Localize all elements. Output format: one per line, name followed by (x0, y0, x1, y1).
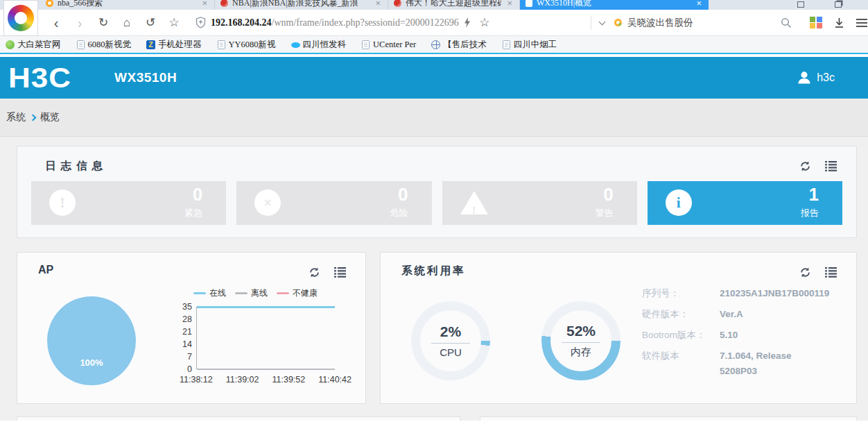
exclamation-circle-icon: ! (49, 189, 77, 217)
bookmark-item[interactable]: 四川中烟工 (502, 39, 557, 51)
search-box[interactable]: 吴晓波出售股份 (610, 17, 796, 29)
minimize-button-icon[interactable] (797, 1, 804, 8)
log-stat-warning[interactable]: ! 0 警告 (442, 181, 637, 225)
legend-online[interactable]: 在线 (193, 287, 226, 299)
tab-title: NBA|新浪NBA|新浪竞技风暴_新浪 (232, 0, 370, 9)
bookmark-item[interactable]: 【售后技术 (431, 39, 487, 51)
apps-grid-icon[interactable] (810, 17, 822, 29)
reload-icon[interactable]: ↻ (94, 17, 112, 28)
back-icon[interactable]: ‹ (47, 16, 65, 30)
shield-icon (196, 17, 206, 28)
legend-swatch (235, 292, 248, 294)
h3c-logo: H3C (8, 62, 71, 94)
tab-close-icon[interactable]: × (505, 0, 514, 8)
user-menu[interactable]: h3c (797, 57, 835, 99)
search-input[interactable]: 吴晓波出售股份 (627, 17, 775, 29)
toolbar-divider (591, 16, 591, 30)
info-circle-icon: i (666, 189, 693, 217)
legend-offline[interactable]: 离线 (235, 287, 268, 299)
tab-title: WX3510H|概览 (537, 0, 691, 9)
bookmark-star-icon[interactable]: ☆ (165, 17, 183, 28)
info-row-software: 软件版本 7.1.064, Release 5208P03 (642, 348, 831, 379)
browser-tab-2[interactable]: NBA|新浪NBA|新浪竞技风暴_新浪 × (215, 0, 388, 10)
dashboard-content: 日志信息 ! 0 紧急 × 0 危险 (0, 137, 868, 421)
tab-close-icon[interactable]: × (200, 0, 209, 8)
browser-window: nba_566搜索 × NBA|新浪NBA|新浪竞技风暴_新浪 × 伟大！哈大王… (0, 0, 868, 422)
bookmark-item[interactable]: 四川恒发科 (291, 39, 347, 51)
list-icon[interactable] (334, 267, 346, 278)
download-icon[interactable] (833, 17, 845, 28)
log-stat-row: ! 0 紧急 × 0 危险 ! 0 警告 i 1 报告 (31, 181, 842, 225)
info-row-bootrom: Bootrom版本： 5.10 (642, 328, 831, 348)
breadcrumb: 系统 概览 (0, 99, 868, 137)
tab-title: nba_566搜索 (58, 0, 196, 9)
tab-close-icon[interactable]: × (695, 0, 703, 8)
gauge-label: 内存 (571, 346, 591, 359)
breadcrumb-section[interactable]: 系统 (6, 111, 26, 124)
page-icon (361, 40, 370, 49)
tab-favicon-sina-icon (220, 0, 228, 7)
log-stat-urgent[interactable]: ! 0 紧急 (31, 181, 226, 225)
series-online-line (197, 306, 335, 308)
dropdown-chevron-icon[interactable] (599, 18, 606, 25)
ap-pie-chart: 100% (47, 296, 136, 385)
device-info-list: 序列号： 210235A1JNB17B000119 硬件版本： Ver.A Bo… (642, 286, 831, 379)
favorite-star-icon[interactable]: ☆ (476, 17, 494, 28)
log-stat-danger[interactable]: × 0 危险 (236, 181, 431, 225)
browser-logo[interactable] (3, 0, 38, 36)
ap-line-chart (196, 307, 335, 369)
browser-tab-3[interactable]: 伟大！哈大王迎超级里程碑：主诞 × (388, 0, 520, 10)
url-path: /wnm/frame/index.php?sessionid=200001226… (272, 17, 459, 28)
list-icon[interactable] (825, 267, 837, 278)
legend-unhealthy[interactable]: 不健康 (277, 287, 318, 299)
undo-icon[interactable]: ↺ (141, 17, 159, 28)
dot-icon (291, 42, 300, 48)
breadcrumb-chevron-icon (30, 115, 37, 121)
pie-value-label: 100% (47, 357, 136, 368)
browser-tab-1[interactable]: nba_566搜索 × (40, 0, 215, 10)
stat-count: 0 (398, 185, 408, 204)
legend-swatch (193, 292, 206, 294)
address-bar[interactable]: 192.168.204.24/wnm/frame/index.php?sessi… (196, 17, 584, 28)
refresh-icon[interactable] (799, 160, 811, 172)
lightning-icon[interactable] (464, 17, 471, 28)
url-text: 192.168.204.24/wnm/frame/index.php?sessi… (211, 17, 459, 28)
tab-favicon-search-icon (46, 0, 53, 7)
list-icon[interactable] (825, 161, 837, 171)
home-icon[interactable]: ⌂ (118, 17, 136, 28)
refresh-icon[interactable] (799, 267, 811, 278)
y-axis-ticks: 35 28 21 14 7 0 (173, 301, 192, 375)
log-stat-report[interactable]: i 1 报告 (648, 181, 842, 225)
bookmark-item[interactable]: YY6080新视 (217, 39, 276, 51)
bottom-left-panel-partial (17, 416, 460, 421)
restore-button-icon[interactable] (835, 1, 842, 8)
breadcrumb-page: 概览 (40, 111, 60, 124)
browser-toolbar: ‹ › ↻ ⌂ ↺ ☆ 192.168.204.24/wnm/frame/ind… (0, 10, 868, 36)
x-circle-icon: × (254, 189, 282, 217)
info-row-hardware: 硬件版本： Ver.A (642, 307, 831, 328)
search-icon[interactable] (781, 17, 792, 28)
browser-tab-4-active[interactable]: WX3510H|概览 × (520, 0, 709, 10)
page-icon (76, 40, 85, 49)
bookmark-item[interactable]: 大白菜官网 (6, 39, 61, 51)
page-icon (502, 40, 511, 49)
refresh-icon[interactable] (309, 267, 320, 278)
panel-title: AP (38, 264, 53, 276)
forward-icon[interactable]: › (71, 16, 89, 30)
stat-label: 危险 (390, 207, 408, 219)
bookmarks-bar: 大白菜官网 6080新视觉 Z 手机处理器 YY6080新视 四川恒发科 UCe… (0, 36, 868, 54)
browser-logo-icon (8, 5, 34, 31)
menu-icon[interactable] (856, 19, 867, 27)
series-offline-line (197, 369, 335, 371)
bookmark-item[interactable]: UCenter Per (361, 40, 416, 50)
tab-favicon-sina-icon (394, 0, 401, 7)
bottom-right-panel-partial (480, 416, 857, 421)
stat-label: 报告 (801, 207, 819, 219)
bookmark-item[interactable]: Z 手机处理器 (146, 39, 202, 51)
url-host: 192.168.204.24 (211, 17, 272, 28)
tab-close-icon[interactable]: × (374, 0, 382, 8)
gauge-value: 2% (440, 323, 461, 340)
legend-swatch (277, 292, 289, 294)
cpu-gauge: 2% CPU (411, 301, 490, 380)
bookmark-item[interactable]: 6080新视觉 (76, 39, 132, 51)
